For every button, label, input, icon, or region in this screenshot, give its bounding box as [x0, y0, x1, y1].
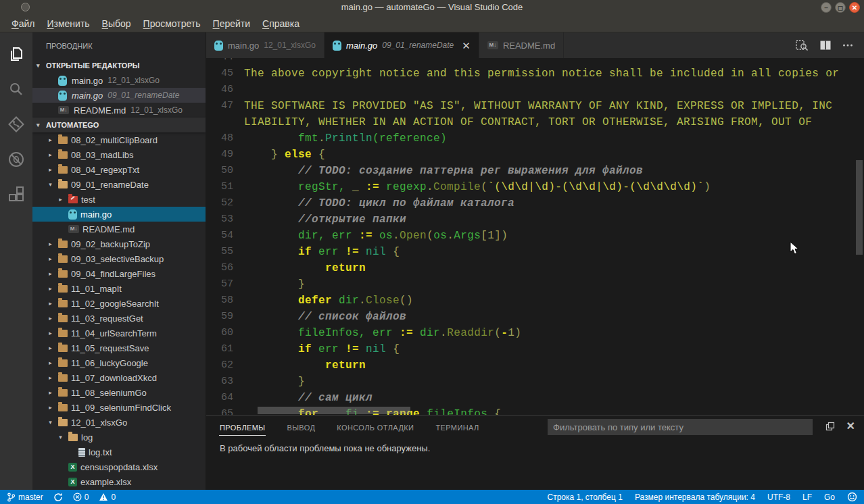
tree-item[interactable]: ▸09_02_backupToZip — [32, 236, 206, 251]
tree-item[interactable]: ▸08_03_madLibs — [32, 147, 206, 162]
tree-item[interactable]: ▸11_07_downloadXkcd — [32, 370, 206, 385]
status-errors[interactable]: 0 — [73, 493, 89, 502]
activity-debug[interactable] — [0, 142, 32, 177]
editor-tab-bar: main.go12_01_xlsxGomain.go09_01_renameDa… — [206, 32, 864, 58]
folder-icon — [58, 166, 68, 174]
tree-item[interactable]: Xcensuspopdata.xlsx — [32, 459, 206, 474]
window-title: main.go — automateGo — Visual Studio Cod… — [0, 0, 864, 15]
project-header[interactable]: ▾AUTOMATEGO — [32, 118, 206, 132]
search-icon — [8, 81, 24, 97]
line-number: 51 — [206, 179, 244, 195]
tree-item[interactable]: ▸11_05_requestSave — [32, 341, 206, 355]
tree-item[interactable]: ▸09_03_selectiveBackup — [32, 251, 206, 266]
panel-tab[interactable]: ТЕРМИНАЛ — [435, 419, 479, 435]
tree-item[interactable]: ▾log — [32, 430, 206, 445]
menu-item[interactable]: Файл — [5, 18, 41, 29]
maximize-panel-icon[interactable] — [825, 422, 835, 431]
tree-item[interactable]: ▸11_08_seleniumGo — [32, 385, 206, 400]
tree-item[interactable]: log.txt — [32, 445, 206, 459]
close-tab-icon[interactable]: ✕ — [462, 41, 471, 51]
folder-icon — [58, 136, 68, 144]
chevron-down-icon: ▾ — [37, 122, 46, 128]
tree-item[interactable]: ▾12_01_xlsxGo — [32, 415, 206, 430]
panel-tab[interactable]: ПРОБЛЕМЫ — [219, 419, 266, 436]
split-editor-icon[interactable] — [819, 40, 832, 51]
tree-item[interactable]: ▸08_02_multiClipBoard — [32, 132, 206, 147]
code-line: 61 if err != nil { — [206, 341, 864, 357]
menu-bar: ФайлИзменитьВыборПросмотретьПерейтиСправ… — [0, 15, 864, 32]
tree-item[interactable]: M↓README.md — [32, 222, 206, 236]
menu-item[interactable]: Просмотреть — [137, 18, 207, 29]
vertical-scrollbar[interactable] — [856, 160, 863, 255]
tree-item[interactable]: ▸test — [32, 192, 206, 207]
open-editor-item[interactable]: M↓README.md12_01_xlsxGo — [32, 103, 206, 118]
menu-item[interactable]: Перейти — [207, 18, 256, 29]
status-warnings[interactable]: 0 — [99, 493, 116, 502]
tree-item[interactable]: ▸08_04_regexpTxt — [32, 162, 206, 177]
open-preview-icon[interactable] — [795, 39, 809, 51]
chevron-right-icon: ▸ — [46, 285, 55, 292]
status-item[interactable]: LF — [802, 493, 812, 502]
open-editor-item[interactable]: main.go09_01_renameDate — [32, 88, 206, 103]
open-editor-item[interactable]: main.go12_01_xlsxGo — [32, 73, 206, 88]
tree-item[interactable]: ▾09_01_renameDate — [32, 177, 206, 192]
tree-item[interactable]: ▸11_04_urlSearchTerm — [32, 326, 206, 341]
line-number: 58 — [206, 293, 244, 309]
panel-actions: ✕ — [825, 421, 855, 432]
status-item[interactable]: Размер интервала табуляции: 4 — [635, 493, 755, 502]
smiley-icon — [847, 492, 857, 502]
horizontal-scrollbar[interactable] — [258, 407, 410, 414]
activity-search[interactable] — [0, 72, 32, 107]
problems-filter-input[interactable] — [548, 419, 813, 435]
status-item[interactable]: Go — [824, 493, 835, 502]
code-line: 62 return — [206, 357, 864, 374]
feedback-smiley[interactable] — [847, 492, 857, 502]
code-line: 57 } — [206, 276, 864, 293]
chevron-down-icon: ▾ — [46, 419, 55, 426]
menu-item[interactable]: Изменить — [41, 18, 95, 29]
status-item[interactable]: UTF-8 — [767, 493, 790, 502]
folder-icon — [58, 389, 68, 397]
folder-icon — [58, 374, 68, 382]
test-folder-icon — [68, 196, 78, 203]
excel-file-icon: X — [68, 478, 77, 486]
status-sync[interactable] — [53, 493, 63, 502]
excel-file-icon: X — [68, 463, 77, 472]
activity-extensions[interactable] — [0, 177, 32, 212]
code-line: 51 regStr, _ := regexp.Compile(`(\d\d|\d… — [206, 179, 864, 195]
open-editors-list: main.go12_01_xlsxGomain.go09_01_renameDa… — [32, 73, 206, 118]
tree-item[interactable]: ▸11_01_mapIt — [32, 281, 206, 296]
chevron-down-icon: ▾ — [46, 181, 55, 188]
tree-item[interactable]: ▸11_03_requestGet — [32, 311, 206, 326]
tree-item[interactable]: Xexample.xlsx — [32, 474, 206, 489]
file-tree: ▸08_02_multiClipBoard▸08_03_madLibs▸08_0… — [32, 132, 206, 489]
panel-tab[interactable]: КОНСОЛЬ ОТЛАДКИ — [336, 419, 414, 435]
close-panel-icon[interactable]: ✕ — [846, 421, 855, 432]
activity-source-control[interactable] — [0, 107, 32, 142]
menu-item[interactable]: Выбор — [96, 18, 137, 29]
activity-explorer[interactable] — [0, 36, 32, 72]
tree-item[interactable]: ▸09_04_findLargeFiles — [32, 266, 206, 281]
tree-item[interactable]: main.go — [32, 207, 206, 222]
panel-tab[interactable]: ВЫВОД — [286, 419, 316, 435]
editor-tab[interactable]: M↓README.md — [479, 32, 564, 58]
tree-item[interactable]: ▸11_02_googleSearchIt — [32, 296, 206, 311]
editor-tab[interactable]: main.go12_01_xlsxGo — [206, 32, 325, 58]
folder-icon — [58, 345, 68, 352]
open-editors-header[interactable]: ▾ОТКРЫТЫЕ РЕДАКТОРЫ — [32, 58, 206, 73]
minimize-button[interactable]: – — [821, 2, 832, 13]
folder-icon — [58, 285, 68, 293]
vscode-window: main.go — automateGo — Visual Studio Cod… — [0, 0, 864, 504]
chevron-right-icon: ▸ — [46, 241, 55, 247]
status-item[interactable]: Строка 1, столбец 1 — [547, 493, 622, 502]
editor-tab[interactable]: main.go09_01_renameDate✕ — [325, 32, 479, 58]
menu-item[interactable]: Справка — [256, 18, 306, 29]
tree-item[interactable]: ▸11_06_luckyGoogle — [32, 355, 206, 370]
code-editor[interactable]: 4445The above copyright notice and this … — [206, 58, 864, 415]
more-actions-icon[interactable] — [842, 41, 853, 50]
close-button[interactable]: ✕ — [849, 2, 860, 13]
status-git-branch[interactable]: master — [7, 493, 43, 502]
chevron-right-icon: ▸ — [46, 374, 55, 381]
maximize-button[interactable]: ◻ — [835, 2, 846, 13]
tree-item[interactable]: ▸11_09_seleniumFindClick — [32, 400, 206, 415]
